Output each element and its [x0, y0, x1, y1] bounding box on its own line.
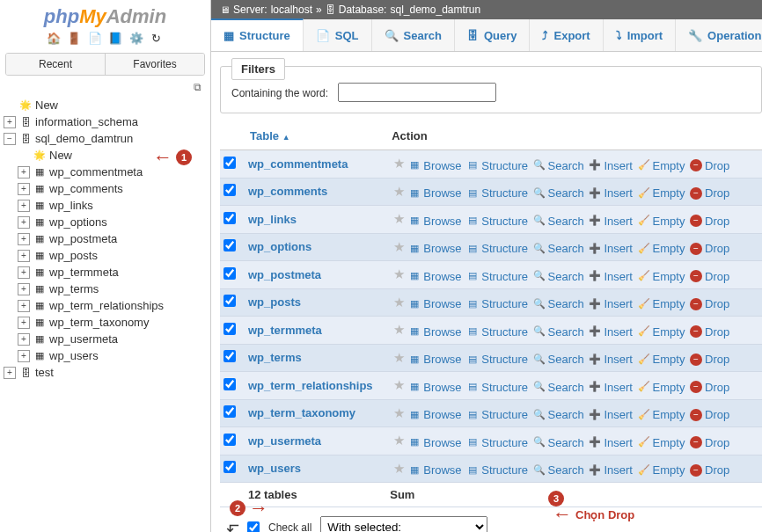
tree-toggle-icon[interactable]: +	[18, 350, 30, 362]
table-name-link[interactable]: wp_termmeta	[248, 324, 322, 337]
structure-action[interactable]: ▤Structure	[466, 159, 528, 172]
tree-label[interactable]: wp_commentmeta	[49, 165, 143, 179]
tree-table-wp_termmeta[interactable]: +▦wp_termmeta	[4, 264, 210, 281]
drop-action[interactable]: −Drop	[690, 325, 729, 339]
empty-action[interactable]: 🧹Empty	[638, 381, 685, 394]
checkall-checkbox[interactable]	[247, 521, 260, 533]
favorite-icon[interactable]: ★	[393, 405, 405, 420]
reload-icon[interactable]: ↻	[150, 32, 164, 46]
structure-action[interactable]: ▤Structure	[466, 436, 528, 449]
tree-label[interactable]: wp_terms	[49, 282, 99, 295]
table-name-link[interactable]: wp_postmeta	[248, 268, 321, 281]
tree-table-wp_links[interactable]: +▦wp_links	[4, 197, 210, 214]
tree-table-wp_usermeta[interactable]: +▦wp_usermeta	[4, 331, 210, 347]
tree-toggle-icon[interactable]: +	[18, 266, 30, 279]
search-action[interactable]: 🔍Search	[533, 215, 584, 228]
search-action[interactable]: 🔍Search	[533, 186, 584, 200]
exit-icon[interactable]: 🚪	[67, 32, 81, 46]
tree-toggle-icon[interactable]: +	[4, 367, 16, 379]
drop-action[interactable]: −Drop	[690, 463, 729, 477]
structure-action[interactable]: ▤Structure	[466, 186, 528, 200]
search-action[interactable]: 🔍Search	[533, 159, 584, 172]
row-checkbox[interactable]	[223, 184, 236, 196]
drop-action[interactable]: −Drop	[690, 297, 729, 310]
drop-action[interactable]: −Drop	[690, 381, 729, 394]
structure-action[interactable]: ▤Structure	[466, 353, 528, 366]
insert-action[interactable]: ➕Insert	[589, 381, 633, 394]
empty-action[interactable]: 🧹Empty	[638, 270, 685, 283]
insert-action[interactable]: ➕Insert	[589, 270, 633, 283]
tree-label[interactable]: wp_users	[49, 349, 99, 362]
browse-action[interactable]: ▦Browse	[408, 270, 461, 283]
tree-label[interactable]: wp_term_relationships	[49, 299, 164, 312]
insert-action[interactable]: ➕Insert	[589, 325, 633, 339]
tree-toggle-icon[interactable]: +	[18, 200, 30, 212]
tree-toggle-icon[interactable]: −	[4, 133, 16, 145]
row-checkbox[interactable]	[223, 267, 236, 280]
search-action[interactable]: 🔍Search	[533, 353, 584, 366]
row-checkbox[interactable]	[223, 461, 236, 473]
search-action[interactable]: 🔍Search	[533, 381, 584, 394]
empty-action[interactable]: 🧹Empty	[638, 353, 685, 366]
favorite-icon[interactable]: ★	[393, 377, 405, 392]
insert-action[interactable]: ➕Insert	[589, 186, 633, 200]
tree-label[interactable]: test	[35, 366, 54, 379]
browse-action[interactable]: ▦Browse	[408, 159, 461, 172]
table-name-link[interactable]: wp_comments	[248, 185, 327, 198]
search-action[interactable]: 🔍Search	[533, 270, 584, 283]
empty-action[interactable]: 🧹Empty	[638, 186, 685, 200]
drop-action[interactable]: −Drop	[690, 436, 729, 449]
tree-table-wp_term_relationships[interactable]: +▦wp_term_relationships	[4, 297, 210, 314]
tree-label[interactable]: wp_termmeta	[49, 266, 119, 279]
drop-action[interactable]: −Drop	[690, 408, 729, 421]
tree-toggle-icon[interactable]: +	[4, 116, 16, 128]
table-name-link[interactable]: wp_commentmeta	[248, 157, 348, 171]
tree-label[interactable]: New	[35, 98, 58, 112]
structure-action[interactable]: ▤Structure	[466, 463, 528, 477]
row-checkbox[interactable]	[223, 295, 236, 307]
favorite-icon[interactable]: ★	[393, 239, 405, 254]
insert-action[interactable]: ➕Insert	[589, 159, 633, 172]
favorite-icon[interactable]: ★	[393, 350, 405, 365]
tree-label[interactable]: wp_comments	[49, 182, 123, 195]
browse-action[interactable]: ▦Browse	[408, 436, 461, 449]
tree-toggle-icon[interactable]: +	[18, 333, 30, 346]
tab-query[interactable]: 🗄Query	[455, 19, 531, 51]
col-table[interactable]: Table ▲	[245, 122, 386, 150]
table-name-link[interactable]: wp_links	[248, 213, 297, 226]
favorite-icon[interactable]: ★	[393, 266, 405, 281]
browse-action[interactable]: ▦Browse	[408, 353, 461, 366]
sql-icon[interactable]: 📄	[88, 32, 102, 46]
tree-label[interactable]: wp_postmeta	[49, 232, 117, 245]
search-action[interactable]: 🔍Search	[533, 436, 584, 449]
empty-action[interactable]: 🧹Empty	[638, 297, 685, 310]
structure-action[interactable]: ▤Structure	[466, 242, 528, 255]
table-name-link[interactable]: wp_term_relationships	[248, 379, 373, 392]
row-checkbox[interactable]	[223, 212, 236, 224]
favorite-icon[interactable]: ★	[393, 295, 405, 310]
empty-action[interactable]: 🧹Empty	[638, 159, 685, 172]
insert-action[interactable]: ➕Insert	[589, 297, 633, 310]
tree-table-wp_terms[interactable]: +▦wp_terms	[4, 281, 210, 297]
tree-toggle-icon[interactable]: +	[18, 216, 30, 229]
empty-action[interactable]: 🧹Empty	[638, 463, 685, 477]
tree-toggle-icon[interactable]: +	[18, 300, 30, 312]
search-action[interactable]: 🔍Search	[533, 463, 584, 477]
tab-sql[interactable]: 📄SQL	[304, 19, 372, 51]
tab-structure[interactable]: ▦Structure	[211, 18, 304, 51]
table-name-link[interactable]: wp_usermeta	[248, 434, 321, 448]
tab-import[interactable]: ⤵Import	[604, 19, 676, 51]
tab-search[interactable]: 🔍Search	[372, 19, 455, 51]
table-name-link[interactable]: wp_term_taxonomy	[248, 406, 355, 419]
browse-action[interactable]: ▦Browse	[408, 381, 461, 394]
browse-action[interactable]: ▦Browse	[408, 242, 461, 255]
with-selected-dropdown[interactable]: With selected:	[320, 516, 487, 532]
tree-table-wp_options[interactable]: +▦wp_options	[4, 214, 210, 230]
search-action[interactable]: 🔍Search	[533, 325, 584, 339]
browse-action[interactable]: ▦Browse	[408, 297, 461, 310]
row-checkbox[interactable]	[223, 405, 236, 418]
tab-export[interactable]: ⤴Export	[530, 19, 603, 51]
docs-icon[interactable]: 📘	[108, 32, 122, 46]
empty-action[interactable]: 🧹Empty	[638, 325, 685, 339]
filters-input[interactable]	[338, 83, 496, 102]
